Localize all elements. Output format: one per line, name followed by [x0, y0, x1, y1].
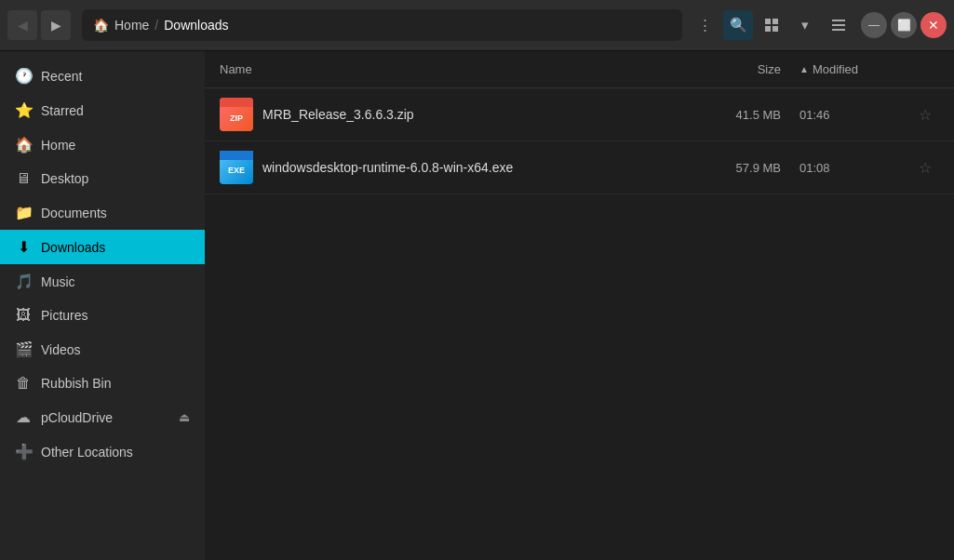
- svg-rect-5: [832, 24, 845, 26]
- titlebar: ◀ ▶ 🏠 Home / Downloads ⋮ 🔍 ▾ — ⬜ ✕: [0, 0, 954, 51]
- sidebar-label-rubbish: Rubbish Bin: [41, 376, 112, 391]
- back-button[interactable]: ◀: [7, 10, 37, 40]
- file-name-col: EXE windowsdesktop-runtime-6.0.8-win-x64…: [220, 151, 688, 184]
- menu-button[interactable]: ⋮: [690, 10, 719, 40]
- file-size-0: 41.5 MB: [688, 108, 799, 122]
- exe-file-icon: EXE: [220, 151, 253, 184]
- sidebar-item-desktop[interactable]: 🖥 Desktop: [0, 162, 205, 195]
- file-name-0: MRB_Release_3.6.6.3.zip: [262, 107, 414, 122]
- sidebar-item-starred[interactable]: ⭐ Starred: [0, 93, 205, 127]
- sidebar-item-documents[interactable]: 📁 Documents: [0, 195, 205, 230]
- grid-view-button[interactable]: [757, 10, 786, 40]
- rubbish-icon: 🗑: [15, 375, 32, 392]
- file-name-1: windowsdesktop-runtime-6.0.8-win-x64.exe: [262, 160, 513, 175]
- column-size: Size: [688, 62, 799, 76]
- svg-rect-4: [832, 20, 845, 21]
- home-icon: 🏠: [93, 18, 109, 33]
- titlebar-actions: ⋮ 🔍 ▾: [690, 10, 853, 40]
- file-size-1: 57.9 MB: [688, 161, 799, 175]
- breadcrumb-separator: /: [155, 18, 158, 33]
- file-star-0[interactable]: ☆: [911, 106, 939, 124]
- sidebar-item-recent[interactable]: 🕐 Recent: [0, 59, 205, 93]
- music-icon: 🎵: [15, 273, 32, 290]
- window-controls: — ⬜ ✕: [861, 12, 947, 38]
- sidebar-item-rubbish[interactable]: 🗑 Rubbish Bin: [0, 367, 205, 400]
- sidebar-label-music: Music: [41, 274, 75, 289]
- table-row[interactable]: EXE windowsdesktop-runtime-6.0.8-win-x64…: [205, 141, 954, 194]
- sidebar-label-desktop: Desktop: [41, 171, 88, 186]
- file-modified-1: 01:08: [799, 161, 911, 175]
- list-view-button[interactable]: [824, 10, 853, 40]
- close-button[interactable]: ✕: [920, 12, 947, 38]
- sidebar-item-home[interactable]: 🏠 Home: [0, 127, 205, 162]
- sidebar-item-downloads[interactable]: ⬇ Downloads: [0, 230, 205, 264]
- table-row[interactable]: ZIP MRB_Release_3.6.6.3.zip 41.5 MB 01:4…: [205, 88, 954, 141]
- sidebar-item-videos[interactable]: 🎬 Videos: [0, 332, 205, 367]
- sidebar-label-other: Other Locations: [41, 445, 133, 460]
- column-name: Name: [220, 62, 688, 76]
- recent-icon: 🕐: [15, 67, 32, 85]
- starred-icon: ⭐: [15, 101, 32, 119]
- sidebar-item-music[interactable]: 🎵 Music: [0, 264, 205, 299]
- file-modified-0: 01:46: [799, 108, 911, 122]
- svg-rect-6: [832, 29, 845, 31]
- sidebar-label-recent: Recent: [41, 69, 82, 84]
- file-star-1[interactable]: ☆: [911, 159, 939, 177]
- zip-file-icon: ZIP: [220, 98, 253, 131]
- grid-icon: [764, 18, 779, 33]
- pictures-icon: 🖼: [15, 307, 32, 324]
- sidebar-label-downloads: Downloads: [41, 240, 105, 255]
- home-icon: 🏠: [15, 136, 32, 153]
- sidebar-label-documents: Documents: [41, 206, 107, 220]
- sidebar-label-home: Home: [41, 138, 75, 153]
- breadcrumb-current: Downloads: [164, 18, 228, 33]
- sort-arrow-icon: ▲: [799, 64, 809, 74]
- sidebar-label-pcloud: pCloudDrive: [41, 410, 113, 425]
- sidebar-label-pictures: Pictures: [41, 308, 88, 323]
- sidebar: 🕐 Recent ⭐ Starred 🏠 Home 🖥 Desktop 📁 Do…: [0, 51, 205, 560]
- downloads-icon: ⬇: [15, 238, 32, 256]
- search-button[interactable]: 🔍: [723, 10, 753, 40]
- file-area: Name Size ▲ Modified ZIP MRB_Release_3.6…: [205, 51, 954, 560]
- svg-rect-0: [765, 19, 771, 24]
- videos-icon: 🎬: [15, 340, 32, 358]
- sort-dropdown-button[interactable]: ▾: [790, 10, 820, 40]
- pcloud-icon: ☁: [15, 408, 32, 426]
- file-list: ZIP MRB_Release_3.6.6.3.zip 41.5 MB 01:4…: [205, 88, 954, 560]
- eject-icon[interactable]: ⏏: [179, 410, 190, 424]
- column-modified[interactable]: ▲ Modified: [799, 62, 911, 76]
- breadcrumb-home[interactable]: Home: [114, 18, 149, 33]
- breadcrumb: 🏠 Home / Downloads: [82, 9, 682, 41]
- sidebar-item-pcloud[interactable]: ☁ pCloudDrive ⏏: [0, 400, 205, 434]
- svg-rect-2: [765, 26, 771, 32]
- list-icon: [831, 18, 846, 33]
- main-content: 🕐 Recent ⭐ Starred 🏠 Home 🖥 Desktop 📁 Do…: [0, 51, 954, 560]
- minimize-button[interactable]: —: [861, 12, 887, 38]
- file-name-col: ZIP MRB_Release_3.6.6.3.zip: [220, 98, 688, 131]
- svg-rect-3: [773, 26, 778, 32]
- forward-button[interactable]: ▶: [41, 10, 71, 40]
- sidebar-label-videos: Videos: [41, 342, 81, 357]
- sidebar-label-starred: Starred: [41, 103, 84, 118]
- file-header: Name Size ▲ Modified: [205, 51, 954, 88]
- maximize-button[interactable]: ⬜: [891, 12, 917, 38]
- sidebar-item-pictures[interactable]: 🖼 Pictures: [0, 299, 205, 332]
- other-icon: ➕: [15, 443, 32, 460]
- documents-icon: 📁: [15, 204, 32, 221]
- desktop-icon: 🖥: [15, 170, 32, 187]
- sidebar-item-other[interactable]: ➕ Other Locations: [0, 434, 205, 469]
- svg-rect-1: [773, 19, 778, 24]
